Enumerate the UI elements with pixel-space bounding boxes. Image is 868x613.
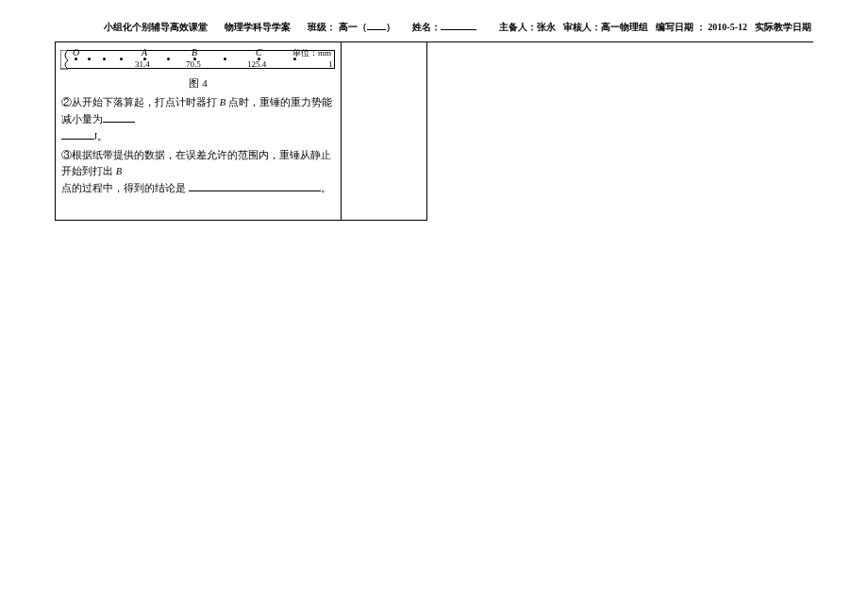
value-b: 70.5 [186, 59, 201, 69]
preparer-name: 张永 [537, 22, 556, 32]
p3-end: 。 [321, 183, 331, 193]
page-header: 小组化个别辅导高效课堂 物理学科导学案 班级： 高一（） 姓名： 主备人：张永 … [0, 0, 868, 40]
dot-5 [224, 58, 226, 60]
class-prefix: 高一（ [339, 22, 367, 32]
subject-name: 物理学科导学案 [225, 21, 291, 34]
p3-blank [189, 182, 321, 191]
class-label: 班级： [308, 22, 336, 32]
reviewer-label: 审核人： [563, 22, 601, 32]
header-left: 小组化个别辅导高效课堂 物理学科导学案 班级： 高一（） 姓名： [104, 21, 476, 34]
p2-blank-2 [61, 130, 93, 140]
reviewer-name: 高一物理组 [601, 22, 648, 32]
actual-date-label: 实际教学日期 [755, 21, 811, 34]
content-cell-right [342, 42, 426, 220]
tape-diagram-wrap: O A 31.4 B 70.5 C 125.4 [61, 46, 335, 92]
preparer: 主备人：张永 [499, 21, 556, 34]
date-label: 编写日期 ： [656, 22, 706, 32]
header-right: 主备人：张永 审核人：高一物理组 编写日期 ： 2010-5-12 实际教学日期 [499, 21, 811, 34]
content-table: O A 31.4 B 70.5 C 125.4 [55, 42, 427, 221]
p2-prefix: ②从开始下落算起，打点计时器打 [61, 97, 217, 108]
class-field: 班级： 高一（） [308, 21, 395, 34]
point-b-label: B [192, 47, 197, 58]
value-a: 31.4 [135, 59, 150, 69]
point-a-label: A [142, 47, 147, 58]
tape-diagram: O A 31.4 B 70.5 C 125.4 [61, 48, 335, 75]
p3-prefix: ③根据纸带提供的数据，在误差允许的范围内，重锤从静止开始到打出 [61, 150, 331, 177]
p2-b: B [217, 97, 228, 108]
point-c-label: C [256, 47, 262, 58]
class-blank [367, 21, 386, 30]
value-c: 125.4 [247, 59, 266, 69]
name-label: 姓名： [412, 22, 441, 32]
name-blank [441, 21, 476, 30]
figure-caption: 图 4 [61, 76, 335, 91]
point-o-label: O [73, 47, 79, 58]
dot-1 [88, 58, 91, 60]
paragraph-2: ②从开始下落算起，打点计时器打 B 点时，重锤的重力势能减小量为J。 [61, 94, 335, 145]
dot-4 [167, 58, 170, 60]
p2-blank-1 [103, 113, 135, 123]
reviewer: 审核人：高一物理组 [563, 21, 648, 34]
date-value: 2010-5-12 [708, 22, 747, 32]
name-field: 姓名： [412, 21, 476, 34]
dot-a [120, 58, 123, 60]
preparer-label: 主备人： [499, 22, 537, 32]
dot-2 [103, 58, 106, 60]
org-name: 小组化个别辅导高效课堂 [104, 21, 208, 34]
dot-o [75, 58, 77, 60]
unit-label: 单位：mm [292, 47, 331, 59]
paragraph-3: ③根据纸带提供的数据，在误差允许的范围内，重锤从静止开始到打出 B 点的过程中，… [61, 147, 335, 198]
p2-unit: J。 [93, 131, 108, 141]
content-cell-left: O A 31.4 B 70.5 C 125.4 [56, 42, 342, 220]
compose-date: 编写日期 ： 2010-5-12 [656, 21, 747, 34]
value-edge: 1 [328, 59, 333, 69]
p3-b: B [113, 166, 122, 176]
class-suffix: ） [386, 22, 395, 32]
p3-mid: 点的过程中，得到的结论是 [61, 183, 186, 193]
